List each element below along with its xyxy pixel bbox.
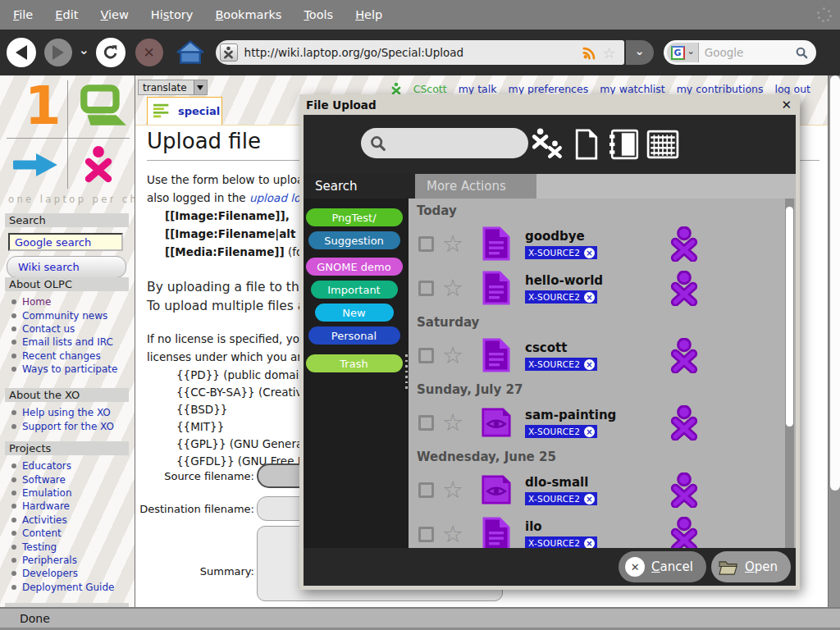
entry-checkbox[interactable] (418, 348, 434, 363)
search-go-icon[interactable] (795, 46, 809, 60)
journal-search-input[interactable] (387, 137, 528, 150)
sidebar-link[interactable]: Home (11, 295, 133, 308)
tag-pill[interactable]: Personal (308, 326, 400, 345)
entry-checkbox[interactable] (418, 415, 434, 431)
journal-entry[interactable]: ☆ sam-painting X-SOURCE2× (409, 400, 796, 445)
menu-history[interactable]: History (151, 8, 194, 21)
sidebar-link[interactable]: Educators (11, 459, 133, 472)
sidebar-link[interactable]: Emulation (11, 486, 133, 500)
search-engine-selector[interactable]: G ⌄ (667, 43, 699, 62)
history-dropdown-icon[interactable]: ⌄ (79, 43, 89, 57)
browser-scrollbar-thumb[interactable] (830, 75, 840, 491)
entry-checkbox[interactable] (418, 482, 434, 498)
stop-button[interactable]: ✕ (135, 39, 163, 66)
menu-view[interactable]: View (100, 8, 128, 21)
document-filter-icon[interactable] (574, 127, 599, 162)
list-scrollbar-thumb[interactable] (786, 207, 793, 427)
favorite-star-icon[interactable]: ☆ (442, 522, 463, 546)
sidebar-link[interactable]: Content (11, 527, 133, 540)
url-dropdown-button[interactable]: ⌄ (626, 40, 654, 65)
site-favicon-xo-icon[interactable] (220, 43, 238, 62)
entry-checkbox[interactable] (418, 236, 434, 252)
user-page-link[interactable]: CScott (413, 83, 447, 95)
journal-search-field[interactable] (361, 128, 528, 158)
dialog-close-icon[interactable]: ✕ (781, 98, 800, 112)
list-scrollbar[interactable] (785, 199, 794, 548)
cancel-button[interactable]: ✕ Cancel (619, 551, 706, 582)
entry-tag[interactable]: X-SOURCE2× (525, 358, 597, 371)
favorite-star-icon[interactable]: ☆ (442, 410, 463, 435)
remove-tag-icon[interactable]: × (584, 494, 595, 504)
journal-entry[interactable]: ☆ dlo-small X-SOURCE2× (409, 468, 796, 512)
remove-tag-icon[interactable]: × (584, 248, 595, 258)
remove-tag-icon[interactable]: × (584, 359, 595, 370)
my-contributions-link[interactable]: my contributions (677, 83, 764, 95)
dialog-titlebar[interactable]: File Upload ✕ (299, 94, 800, 115)
tag-pill[interactable]: New (315, 304, 394, 322)
sidebar-link[interactable]: Deployment Guide (11, 581, 133, 594)
tab-special[interactable]: special (147, 97, 222, 125)
entry-tag[interactable]: X-SOURCE2× (525, 246, 597, 259)
remove-tag-icon[interactable]: × (584, 427, 595, 437)
sidebar-link[interactable]: Email lists and IRC (11, 336, 133, 349)
google-search-input[interactable] (8, 233, 123, 251)
home-button[interactable] (175, 39, 208, 66)
url-input[interactable] (238, 46, 583, 59)
sidebar-link[interactable]: Testing (11, 540, 133, 553)
calendar-filter-icon[interactable] (646, 129, 679, 160)
wiki-search-button[interactable]: Wiki search (7, 256, 126, 278)
tag-pill[interactable]: PngTest/ (306, 208, 403, 226)
forward-button[interactable] (44, 39, 72, 66)
journal-filter-icon[interactable] (609, 128, 640, 161)
sidebar-link[interactable]: Ways to participate (11, 363, 133, 376)
bookmark-star-icon[interactable]: ☆ (602, 44, 615, 62)
url-bar[interactable]: ☆ (216, 40, 624, 65)
sidebar-link[interactable]: Peripherals (11, 554, 133, 567)
engine-dropdown-icon[interactable]: ⌄ (687, 46, 695, 57)
remove-tag-icon[interactable]: × (584, 538, 595, 549)
sidebar-link[interactable]: Software (11, 472, 133, 486)
remove-tag-icon[interactable]: × (584, 292, 595, 303)
entry-tag[interactable]: X-SOURCE2× (525, 425, 597, 438)
web-search-bar[interactable]: G ⌄ (664, 40, 816, 65)
menu-help[interactable]: Help (355, 8, 382, 21)
tab-more-actions[interactable]: More Actions (415, 174, 536, 199)
my-talk-link[interactable]: my talk (459, 83, 497, 95)
sidebar-link[interactable]: Developers (11, 567, 133, 580)
reload-button[interactable] (96, 38, 126, 67)
sidebar-link[interactable]: Help using the XO (11, 406, 133, 419)
favorite-star-icon[interactable]: ☆ (442, 343, 463, 368)
my-preferences-link[interactable]: my preferences (508, 83, 588, 95)
entry-tag[interactable]: X-SOURCE2× (525, 492, 597, 505)
rss-feed-icon[interactable] (582, 45, 597, 60)
entry-tag[interactable]: X-SOURCE2× (525, 290, 597, 304)
sidebar-link[interactable]: Hardware (11, 500, 133, 513)
journal-entry[interactable]: ☆ ilo X-SOURCE2× (409, 512, 796, 548)
tag-pill[interactable]: Suggestion (308, 231, 400, 249)
entry-checkbox[interactable] (418, 281, 434, 296)
favorite-star-icon[interactable]: ☆ (442, 477, 463, 502)
sidebar-link[interactable]: Recent changes (11, 349, 133, 363)
journal-entry[interactable]: ☆ goodbye X-SOURCE2× (409, 221, 796, 266)
tag-pill[interactable]: GNOME demo (306, 258, 403, 276)
buddies-filter-icon[interactable] (530, 126, 564, 162)
sidebar-link[interactable]: Contact us (11, 322, 133, 336)
sidebar-link[interactable]: Activities (11, 514, 133, 527)
translate-dropdown-icon[interactable] (194, 80, 207, 94)
entry-checkbox[interactable] (418, 527, 434, 542)
favorite-star-icon[interactable]: ☆ (442, 276, 463, 300)
journal-entry[interactable]: ☆ hello-world X-SOURCE2× (409, 266, 796, 310)
log-out-link[interactable]: log out (775, 83, 811, 95)
tag-pill[interactable]: Trash (306, 354, 403, 372)
open-button[interactable]: Open (711, 551, 791, 582)
sidebar-link[interactable]: Support for the XO (11, 419, 133, 432)
menu-file[interactable]: File (13, 8, 33, 21)
translate-select[interactable]: translate (138, 80, 208, 95)
web-search-input[interactable] (699, 46, 795, 59)
sidebar-link[interactable]: Community news (11, 308, 133, 322)
menu-edit[interactable]: Edit (55, 8, 78, 21)
menu-bookmarks[interactable]: Bookmarks (215, 8, 281, 21)
favorite-star-icon[interactable]: ☆ (442, 231, 463, 256)
entry-tag[interactable]: X-SOURCE2× (525, 536, 597, 548)
my-watchlist-link[interactable]: my watchlist (600, 83, 665, 95)
